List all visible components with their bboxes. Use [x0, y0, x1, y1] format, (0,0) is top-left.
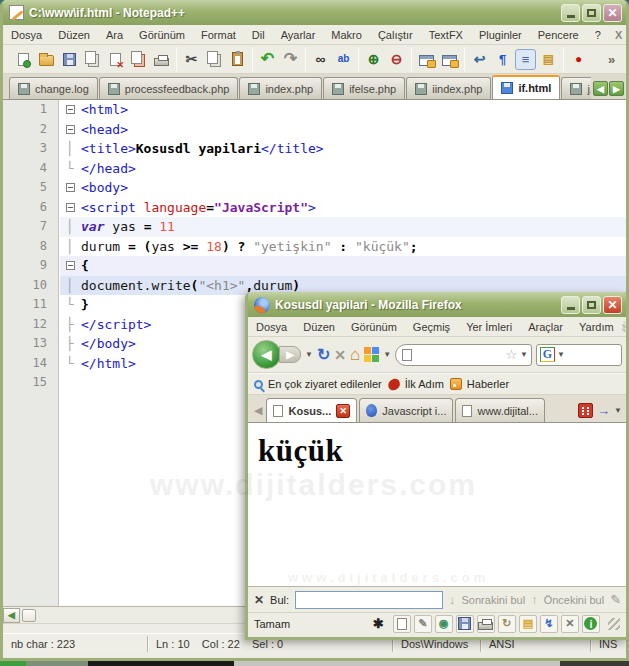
back-button[interactable]: ◀: [252, 340, 281, 369]
undo-icon[interactable]: ↶: [257, 49, 278, 70]
ff-tab-Kosus-[interactable]: Kosus...✕: [266, 398, 357, 422]
close-file-icon[interactable]: [105, 49, 126, 70]
search-engine-dropdown-icon[interactable]: ▼: [557, 350, 565, 359]
tab-dropdown-icon[interactable]: ▼: [614, 406, 622, 415]
save-all-icon[interactable]: [82, 49, 103, 70]
ff-minimize-button[interactable]: [561, 296, 580, 314]
sync-horizontal-icon[interactable]: [439, 49, 460, 70]
npp-tab-ifelse-php[interactable]: ifelse.php: [323, 77, 405, 99]
find-close-icon[interactable]: ✕: [254, 593, 264, 607]
new-page-icon[interactable]: [393, 615, 411, 633]
reload-button[interactable]: ↻: [317, 347, 330, 363]
npp-menu-dil[interactable]: Dil: [244, 27, 273, 43]
history-icon[interactable]: ↻: [498, 615, 516, 633]
fold-margin-marker[interactable]: [59, 373, 81, 393]
stop-button[interactable]: ✕: [334, 348, 346, 362]
bookmark-i-lk-ad-m[interactable]: İlk Adım: [388, 378, 444, 390]
npp-tab-processfeedback-php[interactable]: processfeedback.php: [99, 77, 239, 99]
editor-line-4[interactable]: 4└</head>: [3, 159, 626, 179]
new-file-icon[interactable]: [13, 49, 34, 70]
tab-scroll-right-icon[interactable]: ▶: [609, 81, 624, 96]
editor-line-8[interactable]: 8│durum = (yas >= 18) ? "yetişkin" : "kü…: [3, 237, 626, 257]
tab-scroll-right-icon[interactable]: →: [597, 403, 610, 418]
ff-tab-www-dijital-[interactable]: www.dijital...: [455, 398, 545, 422]
find-next-button[interactable]: Sonrakini bul: [462, 594, 526, 606]
copy-icon[interactable]: [204, 49, 225, 70]
npp-tab-iindex-php[interactable]: iindex.php: [406, 77, 491, 99]
editor-line-9[interactable]: 9{: [3, 256, 626, 276]
history-dropdown-icon[interactable]: ▼: [305, 350, 313, 359]
ff-menu-yer-i-mleri[interactable]: Yer İmleri: [458, 319, 520, 335]
scroll-left-icon[interactable]: ◀: [3, 608, 20, 623]
tools-icon[interactable]: ✕: [561, 615, 579, 633]
macro-record-icon[interactable]: ●: [568, 49, 589, 70]
find-input[interactable]: [295, 591, 443, 609]
zoom-in-icon[interactable]: ⊕: [363, 49, 384, 70]
edit-pencil-icon[interactable]: ✎: [414, 615, 432, 633]
grid-dropdown-icon[interactable]: ▼: [383, 350, 391, 359]
open-folder-icon[interactable]: [36, 49, 57, 70]
npp-close-button[interactable]: ✕: [603, 4, 622, 22]
sync-vertical-icon[interactable]: [416, 49, 437, 70]
editor-line-3[interactable]: 3│<title>Kosusdl yapilari</title>: [3, 139, 626, 159]
print-icon[interactable]: [477, 615, 495, 633]
save-icon[interactable]: [59, 49, 80, 70]
fold-margin-marker[interactable]: [59, 198, 81, 218]
bookmark-star-icon[interactable]: ☆: [505, 347, 517, 362]
fold-margin-marker[interactable]: [59, 256, 81, 276]
redo-icon[interactable]: ↷: [280, 49, 301, 70]
bookmark-haberler[interactable]: Haberler: [450, 378, 509, 390]
npp-tab-index-php[interactable]: index.php: [239, 77, 322, 99]
fold-margin-marker[interactable]: │: [59, 276, 81, 296]
find-prev-button[interactable]: Öncekini bul: [544, 594, 605, 606]
find-icon[interactable]: ∞: [310, 49, 331, 70]
tab-scroll-left-icon[interactable]: ◀: [593, 81, 608, 96]
editor-line-7[interactable]: 7│var yas = 11: [3, 217, 626, 237]
fold-margin-marker[interactable]: │: [59, 139, 81, 159]
replace-icon[interactable]: ab: [333, 49, 354, 70]
fold-margin-marker[interactable]: └: [59, 354, 81, 374]
fold-margin-marker[interactable]: [59, 100, 81, 120]
paste-icon[interactable]: [227, 49, 248, 70]
highlight-pencil-icon[interactable]: ✎: [610, 592, 621, 607]
scrollbar-thumb[interactable]: [22, 609, 36, 622]
ff-close-button[interactable]: ✕: [603, 296, 622, 314]
quick-launch-grid-icon[interactable]: [364, 347, 379, 362]
word-wrap-icon[interactable]: ↩: [469, 49, 490, 70]
npp-maximize-button[interactable]: [582, 4, 601, 22]
tab-close-icon[interactable]: ✕: [336, 404, 350, 418]
editor-line-5[interactable]: 5<body>: [3, 178, 626, 198]
npp-titlebar[interactable]: C:\www\if.html - Notepad++ ✕: [3, 0, 626, 25]
bug-icon[interactable]: ✱: [373, 616, 384, 631]
fold-margin-marker[interactable]: ├: [59, 315, 81, 335]
ff-menu-yard-m[interactable]: Yardım: [571, 319, 622, 335]
npp-doc-close-icon[interactable]: X: [609, 29, 628, 41]
save-icon[interactable]: [456, 615, 474, 633]
ff-titlebar[interactable]: Kosusdl yapilari - Mozilla Firefox ✕: [248, 292, 626, 317]
tab-scroll-left-icon[interactable]: ◀: [250, 404, 266, 417]
npp-menu-makro[interactable]: Makro: [323, 27, 370, 43]
editor-line-1[interactable]: 1<html>: [3, 100, 626, 120]
info-icon[interactable]: i: [582, 615, 600, 633]
npp-menu-g-r-n-m[interactable]: Görünüm: [131, 27, 193, 43]
npp-menu-textfx[interactable]: TextFX: [421, 27, 471, 43]
fold-margin-marker[interactable]: [59, 178, 81, 198]
cut-icon[interactable]: ✂: [181, 49, 202, 70]
list-all-tabs-icon[interactable]: [578, 403, 593, 418]
ff-menu-ara-lar[interactable]: Araçlar: [520, 319, 571, 335]
forward-button[interactable]: ▶: [279, 346, 301, 363]
ff-menu-g-r-n-m[interactable]: Görünüm: [343, 319, 405, 335]
ff-tab-Javascript-i-[interactable]: Javascript i...: [359, 398, 453, 422]
fold-margin-marker[interactable]: │: [59, 237, 81, 257]
show-all-chars-icon[interactable]: ¶: [492, 49, 513, 70]
npp-menu-d-zen[interactable]: Düzen: [50, 27, 98, 43]
npp-menu-dosya[interactable]: Dosya: [3, 27, 50, 43]
fold-margin-marker[interactable]: [59, 120, 81, 140]
npp-menu-ara[interactable]: Ara: [98, 27, 131, 43]
url-bar[interactable]: ☆ ▼: [395, 344, 532, 366]
ff-menu-d-zen[interactable]: Düzen: [295, 319, 343, 335]
npp-minimize-button[interactable]: [561, 4, 580, 22]
npp-tab-if-html[interactable]: if.html: [492, 75, 560, 99]
doc-map-icon[interactable]: ▤: [538, 49, 559, 70]
editor-line-2[interactable]: 2<head>: [3, 120, 626, 140]
